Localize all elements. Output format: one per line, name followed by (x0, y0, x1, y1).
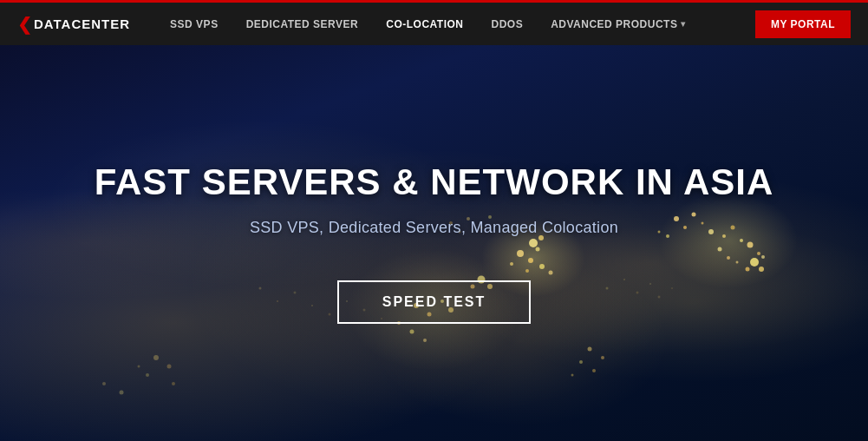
nav-item-advanced-products[interactable]: ADVANCED PRODUCTS ▾ (537, 18, 700, 30)
svg-point-42 (592, 369, 596, 372)
svg-point-50 (146, 373, 149, 377)
logo-chevron-icon: ❮ (17, 14, 32, 35)
hero-subtitle: SSD VPS, Dedicated Servers, Managed Colo… (95, 219, 774, 237)
svg-point-49 (167, 365, 172, 369)
nav-advanced-products-label: ADVANCED PRODUCTS (551, 18, 677, 30)
nav-item-ddos[interactable]: DDOS (477, 18, 537, 30)
hero-content: FAST SERVERS & NETWORK IN ASIA SSD VPS, … (77, 162, 792, 323)
nav-item-co-location[interactable]: CO-LOCATION (372, 18, 477, 30)
svg-point-51 (138, 365, 140, 368)
svg-point-54 (102, 382, 106, 385)
svg-point-53 (120, 391, 124, 395)
hero-title: FAST SERVERS & NETWORK IN ASIA (95, 162, 774, 202)
svg-point-38 (588, 347, 592, 352)
my-portal-button[interactable]: MY PORTAL (755, 10, 851, 38)
chevron-down-icon: ▾ (681, 19, 686, 29)
svg-point-39 (601, 356, 604, 359)
svg-point-52 (172, 382, 175, 385)
nav-item-dedicated-server[interactable]: DEDICATED SERVER (232, 18, 373, 30)
svg-point-48 (153, 355, 159, 360)
speed-test-button[interactable]: SPEED TEST (337, 280, 532, 324)
logo[interactable]: ❮ DATACENTER (17, 14, 130, 35)
hero-section: FAST SERVERS & NETWORK IN ASIA SSD VPS, … (0, 45, 868, 441)
logo-text: DATACENTER (34, 16, 130, 31)
nav-links: SSD VPS DEDICATED SERVER CO-LOCATION DDO… (156, 18, 755, 30)
svg-point-41 (571, 374, 574, 377)
svg-point-40 (579, 360, 583, 364)
nav-item-ssd-vps[interactable]: SSD VPS (156, 18, 232, 30)
navbar: ❮ DATACENTER SSD VPS DEDICATED SERVER CO… (0, 0, 868, 45)
